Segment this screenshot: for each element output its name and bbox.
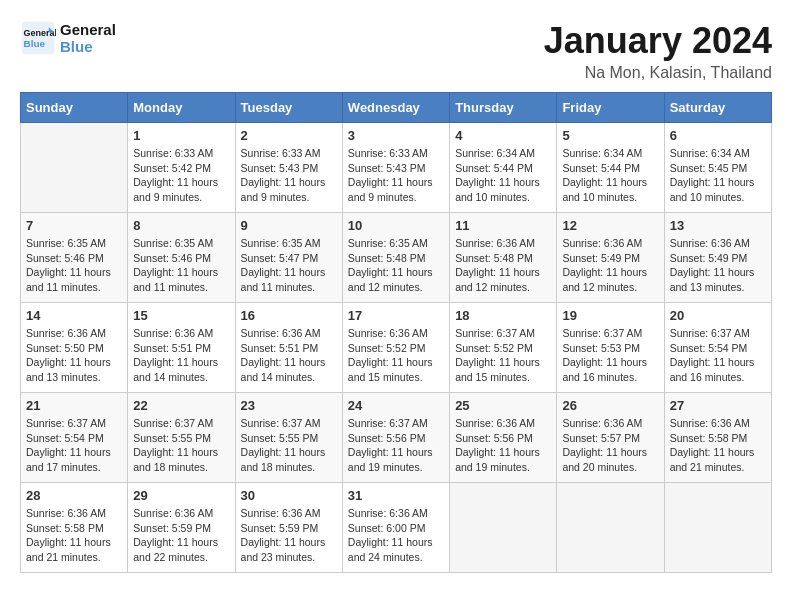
day-number: 15 [133, 308, 229, 323]
calendar-cell: 1Sunrise: 6:33 AM Sunset: 5:42 PM Daylig… [128, 123, 235, 213]
calendar-cell: 5Sunrise: 6:34 AM Sunset: 5:44 PM Daylig… [557, 123, 664, 213]
cell-detail: Sunrise: 6:36 AM Sunset: 6:00 PM Dayligh… [348, 506, 444, 565]
day-number: 25 [455, 398, 551, 413]
logo-icon: General Blue [20, 20, 56, 56]
calendar-cell: 28Sunrise: 6:36 AM Sunset: 5:58 PM Dayli… [21, 483, 128, 573]
calendar-cell: 10Sunrise: 6:35 AM Sunset: 5:48 PM Dayli… [342, 213, 449, 303]
day-number: 12 [562, 218, 658, 233]
day-number: 17 [348, 308, 444, 323]
cell-detail: Sunrise: 6:37 AM Sunset: 5:52 PM Dayligh… [455, 326, 551, 385]
calendar-cell: 6Sunrise: 6:34 AM Sunset: 5:45 PM Daylig… [664, 123, 771, 213]
cell-detail: Sunrise: 6:36 AM Sunset: 5:59 PM Dayligh… [133, 506, 229, 565]
cell-detail: Sunrise: 6:36 AM Sunset: 5:48 PM Dayligh… [455, 236, 551, 295]
cell-detail: Sunrise: 6:36 AM Sunset: 5:58 PM Dayligh… [26, 506, 122, 565]
cell-detail: Sunrise: 6:36 AM Sunset: 5:58 PM Dayligh… [670, 416, 766, 475]
svg-text:Blue: Blue [24, 38, 46, 49]
page-header: General Blue General Blue January 2024 N… [20, 20, 772, 82]
calendar-cell: 29Sunrise: 6:36 AM Sunset: 5:59 PM Dayli… [128, 483, 235, 573]
calendar-cell: 20Sunrise: 6:37 AM Sunset: 5:54 PM Dayli… [664, 303, 771, 393]
calendar-week-row: 21Sunrise: 6:37 AM Sunset: 5:54 PM Dayli… [21, 393, 772, 483]
day-number: 10 [348, 218, 444, 233]
weekday-header-cell: Monday [128, 93, 235, 123]
calendar-cell [450, 483, 557, 573]
weekday-header-cell: Wednesday [342, 93, 449, 123]
calendar-cell: 15Sunrise: 6:36 AM Sunset: 5:51 PM Dayli… [128, 303, 235, 393]
cell-detail: Sunrise: 6:35 AM Sunset: 5:46 PM Dayligh… [26, 236, 122, 295]
calendar-cell: 12Sunrise: 6:36 AM Sunset: 5:49 PM Dayli… [557, 213, 664, 303]
calendar-cell: 27Sunrise: 6:36 AM Sunset: 5:58 PM Dayli… [664, 393, 771, 483]
day-number: 31 [348, 488, 444, 503]
day-number: 14 [26, 308, 122, 323]
cell-detail: Sunrise: 6:36 AM Sunset: 5:59 PM Dayligh… [241, 506, 337, 565]
calendar-cell: 18Sunrise: 6:37 AM Sunset: 5:52 PM Dayli… [450, 303, 557, 393]
day-number: 3 [348, 128, 444, 143]
day-number: 8 [133, 218, 229, 233]
day-number: 21 [26, 398, 122, 413]
calendar-cell: 22Sunrise: 6:37 AM Sunset: 5:55 PM Dayli… [128, 393, 235, 483]
cell-detail: Sunrise: 6:37 AM Sunset: 5:53 PM Dayligh… [562, 326, 658, 385]
day-number: 13 [670, 218, 766, 233]
cell-detail: Sunrise: 6:37 AM Sunset: 5:54 PM Dayligh… [670, 326, 766, 385]
day-number: 22 [133, 398, 229, 413]
cell-detail: Sunrise: 6:35 AM Sunset: 5:46 PM Dayligh… [133, 236, 229, 295]
cell-detail: Sunrise: 6:33 AM Sunset: 5:43 PM Dayligh… [241, 146, 337, 205]
cell-detail: Sunrise: 6:36 AM Sunset: 5:49 PM Dayligh… [562, 236, 658, 295]
cell-detail: Sunrise: 6:37 AM Sunset: 5:55 PM Dayligh… [241, 416, 337, 475]
day-number: 24 [348, 398, 444, 413]
cell-detail: Sunrise: 6:36 AM Sunset: 5:56 PM Dayligh… [455, 416, 551, 475]
cell-detail: Sunrise: 6:36 AM Sunset: 5:52 PM Dayligh… [348, 326, 444, 385]
calendar-cell: 26Sunrise: 6:36 AM Sunset: 5:57 PM Dayli… [557, 393, 664, 483]
day-number: 29 [133, 488, 229, 503]
day-number: 16 [241, 308, 337, 323]
calendar-week-row: 1Sunrise: 6:33 AM Sunset: 5:42 PM Daylig… [21, 123, 772, 213]
calendar-cell: 3Sunrise: 6:33 AM Sunset: 5:43 PM Daylig… [342, 123, 449, 213]
calendar-cell: 21Sunrise: 6:37 AM Sunset: 5:54 PM Dayli… [21, 393, 128, 483]
calendar-week-row: 28Sunrise: 6:36 AM Sunset: 5:58 PM Dayli… [21, 483, 772, 573]
day-number: 23 [241, 398, 337, 413]
calendar-cell: 2Sunrise: 6:33 AM Sunset: 5:43 PM Daylig… [235, 123, 342, 213]
day-number: 27 [670, 398, 766, 413]
cell-detail: Sunrise: 6:36 AM Sunset: 5:49 PM Dayligh… [670, 236, 766, 295]
day-number: 28 [26, 488, 122, 503]
calendar-cell: 13Sunrise: 6:36 AM Sunset: 5:49 PM Dayli… [664, 213, 771, 303]
calendar-week-row: 14Sunrise: 6:36 AM Sunset: 5:50 PM Dayli… [21, 303, 772, 393]
weekday-header-cell: Sunday [21, 93, 128, 123]
calendar-cell: 14Sunrise: 6:36 AM Sunset: 5:50 PM Dayli… [21, 303, 128, 393]
cell-detail: Sunrise: 6:37 AM Sunset: 5:56 PM Dayligh… [348, 416, 444, 475]
cell-detail: Sunrise: 6:34 AM Sunset: 5:45 PM Dayligh… [670, 146, 766, 205]
day-number: 19 [562, 308, 658, 323]
location: Na Mon, Kalasin, Thailand [544, 64, 772, 82]
day-number: 18 [455, 308, 551, 323]
day-number: 20 [670, 308, 766, 323]
calendar-cell: 11Sunrise: 6:36 AM Sunset: 5:48 PM Dayli… [450, 213, 557, 303]
calendar-cell: 24Sunrise: 6:37 AM Sunset: 5:56 PM Dayli… [342, 393, 449, 483]
cell-detail: Sunrise: 6:36 AM Sunset: 5:51 PM Dayligh… [241, 326, 337, 385]
day-number: 26 [562, 398, 658, 413]
weekday-header-cell: Thursday [450, 93, 557, 123]
calendar-cell: 4Sunrise: 6:34 AM Sunset: 5:44 PM Daylig… [450, 123, 557, 213]
cell-detail: Sunrise: 6:37 AM Sunset: 5:54 PM Dayligh… [26, 416, 122, 475]
month-title: January 2024 [544, 20, 772, 62]
cell-detail: Sunrise: 6:36 AM Sunset: 5:50 PM Dayligh… [26, 326, 122, 385]
day-number: 9 [241, 218, 337, 233]
calendar-cell [21, 123, 128, 213]
cell-detail: Sunrise: 6:34 AM Sunset: 5:44 PM Dayligh… [562, 146, 658, 205]
calendar-week-row: 7Sunrise: 6:35 AM Sunset: 5:46 PM Daylig… [21, 213, 772, 303]
calendar-cell: 17Sunrise: 6:36 AM Sunset: 5:52 PM Dayli… [342, 303, 449, 393]
calendar-cell [664, 483, 771, 573]
calendar-cell: 25Sunrise: 6:36 AM Sunset: 5:56 PM Dayli… [450, 393, 557, 483]
cell-detail: Sunrise: 6:33 AM Sunset: 5:43 PM Dayligh… [348, 146, 444, 205]
calendar-cell: 23Sunrise: 6:37 AM Sunset: 5:55 PM Dayli… [235, 393, 342, 483]
logo: General Blue General Blue [20, 20, 116, 56]
calendar-cell: 16Sunrise: 6:36 AM Sunset: 5:51 PM Dayli… [235, 303, 342, 393]
cell-detail: Sunrise: 6:37 AM Sunset: 5:55 PM Dayligh… [133, 416, 229, 475]
day-number: 6 [670, 128, 766, 143]
cell-detail: Sunrise: 6:33 AM Sunset: 5:42 PM Dayligh… [133, 146, 229, 205]
day-number: 4 [455, 128, 551, 143]
cell-detail: Sunrise: 6:34 AM Sunset: 5:44 PM Dayligh… [455, 146, 551, 205]
cell-detail: Sunrise: 6:35 AM Sunset: 5:47 PM Dayligh… [241, 236, 337, 295]
calendar-cell: 31Sunrise: 6:36 AM Sunset: 6:00 PM Dayli… [342, 483, 449, 573]
calendar-cell [557, 483, 664, 573]
title-block: January 2024 Na Mon, Kalasin, Thailand [544, 20, 772, 82]
calendar-table: SundayMondayTuesdayWednesdayThursdayFrid… [20, 92, 772, 573]
